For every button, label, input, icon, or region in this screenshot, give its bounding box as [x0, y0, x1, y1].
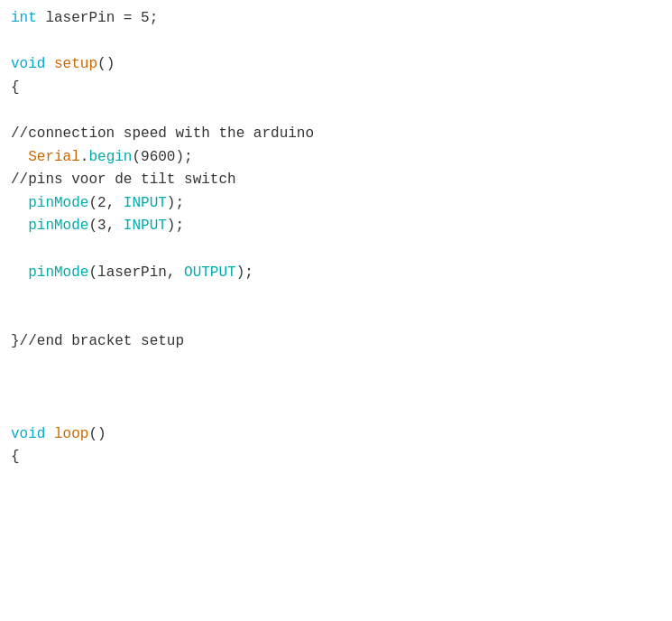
- code-token: pinMode: [28, 195, 88, 211]
- code-line: [11, 400, 661, 423]
- code-token: );: [236, 264, 253, 281]
- code-line: [11, 377, 661, 401]
- code-token: pinMode: [28, 218, 88, 234]
- code-token: [45, 426, 54, 442]
- code-token: INPUT: [124, 218, 167, 234]
- code-token: (2,: [88, 195, 123, 211]
- code-token: int: [11, 10, 37, 26]
- code-line: int laserPin = 5;: [11, 7, 661, 31]
- code-line: //connection speed with the arduino: [11, 123, 661, 146]
- code-line: [11, 99, 661, 123]
- code-line: //pins voor de tilt switch: [11, 169, 661, 192]
- code-line: [11, 308, 661, 331]
- code-token: //pins voor de tilt switch: [11, 171, 236, 188]
- code-token: begin: [88, 149, 132, 165]
- code-token: Serial: [28, 149, 80, 165]
- code-token: [11, 195, 28, 211]
- code-token: (laserPin,: [88, 264, 184, 281]
- code-token: }: [11, 333, 20, 349]
- code-line: {: [11, 446, 661, 469]
- code-line: pinMode(2, INPUT);: [11, 192, 661, 216]
- code-line: void loop(): [11, 423, 661, 447]
- code-token: pinMode: [28, 264, 88, 281]
- code-line: Serial.begin(9600);: [11, 146, 661, 170]
- code-token: loop: [54, 426, 88, 442]
- code-token: [45, 56, 54, 72]
- code-token: (): [97, 56, 115, 72]
- code-token: [11, 218, 28, 234]
- code-token: laserPin = 5;: [37, 10, 158, 26]
- code-token: (9600);: [132, 149, 192, 165]
- code-token: {: [11, 449, 20, 465]
- code-line: }//end bracket setup: [11, 330, 661, 354]
- code-editor: int laserPin = 5; void setup(){ //connec…: [11, 7, 661, 469]
- code-token: void: [11, 426, 45, 442]
- code-line: pinMode(3, INPUT);: [11, 215, 661, 238]
- code-token: OUTPUT: [184, 264, 236, 281]
- code-line: [11, 284, 661, 308]
- code-token: );: [167, 218, 184, 234]
- code-token: .: [80, 149, 89, 165]
- code-token: [11, 149, 28, 165]
- code-line: [11, 238, 661, 262]
- code-line: {: [11, 77, 661, 100]
- code-token: {: [11, 79, 20, 96]
- code-token: //end bracket setup: [20, 333, 184, 349]
- code-token: (3,: [88, 218, 123, 234]
- code-token: INPUT: [124, 195, 167, 211]
- code-line: [11, 31, 661, 54]
- code-token: //connection speed with the arduino: [11, 125, 314, 142]
- code-token: (): [88, 426, 106, 442]
- code-token: );: [167, 195, 184, 211]
- code-line: void setup(): [11, 53, 661, 77]
- code-line: pinMode(laserPin, OUTPUT);: [11, 262, 661, 285]
- code-token: setup: [54, 56, 97, 72]
- code-line: [11, 354, 661, 377]
- code-token: void: [11, 56, 45, 72]
- code-token: [11, 264, 28, 281]
